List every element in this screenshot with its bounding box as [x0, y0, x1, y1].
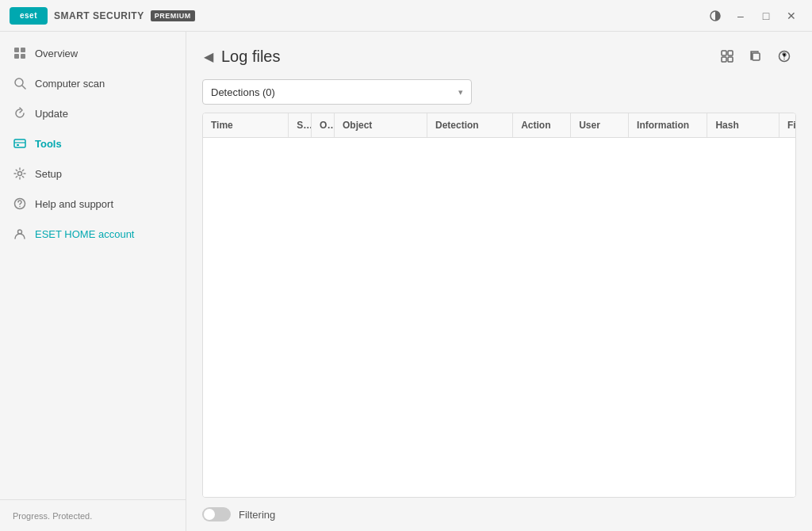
back-icon: ◀ — [204, 49, 213, 64]
minimize-button[interactable]: – — [730, 5, 752, 27]
sidebar-label-computer-scan: Computer scan — [35, 78, 105, 90]
app-window: eset SMART SECURITY PREMIUM – □ ✕ — [0, 0, 812, 531]
contrast-icon — [710, 10, 721, 21]
copy-icon — [749, 50, 762, 63]
column-header-object: Object — [335, 113, 427, 137]
sidebar-item-eset-home-account[interactable]: ESET HOME account — [0, 219, 186, 249]
svg-rect-16 — [722, 57, 726, 62]
svg-rect-9 — [17, 144, 19, 146]
setup-icon — [13, 166, 27, 181]
column-header-time: Time — [203, 113, 289, 137]
sidebar-item-help-and-support[interactable]: Help and support — [0, 189, 186, 219]
sidebar-footer: Progress. Protected. — [0, 499, 186, 531]
table-header: Time S... O... Object Detection Action U… — [203, 113, 795, 138]
detections-dropdown[interactable]: Detections (0) ▾ — [202, 79, 472, 105]
maximize-button[interactable]: □ — [755, 5, 777, 27]
sidebar-item-overview[interactable]: Overview — [0, 38, 186, 68]
update-icon — [13, 106, 27, 120]
column-header-o: O... — [312, 113, 335, 137]
account-icon — [13, 227, 27, 241]
contrast-button[interactable] — [704, 5, 726, 27]
sidebar-label-eset-home-account: ESET HOME account — [35, 228, 134, 240]
svg-rect-15 — [728, 51, 733, 55]
column-header-detection: Detection — [427, 113, 513, 137]
table-body — [203, 138, 795, 497]
svg-rect-4 — [21, 54, 25, 59]
column-header-user: User — [571, 113, 629, 137]
filtering-bar: Filtering — [186, 498, 812, 531]
content-header: ◀ Log files — [186, 32, 812, 76]
svg-point-20 — [783, 59, 785, 60]
window-controls: – □ ✕ — [704, 5, 802, 27]
help-circle-icon — [778, 50, 791, 63]
computer-scan-icon — [13, 76, 27, 90]
svg-point-12 — [19, 206, 21, 208]
premium-badge: PREMIUM — [151, 10, 195, 21]
column-header-hash: Hash — [707, 113, 779, 137]
header-actions — [715, 44, 796, 68]
column-header-information: Information — [629, 113, 707, 137]
sidebar: Overview Computer scan — [0, 32, 186, 531]
eset-logo: eset — [10, 7, 48, 25]
dropdown-arrow-icon: ▾ — [458, 87, 463, 97]
maximize-icon: □ — [763, 10, 769, 22]
column-header-action: Action — [513, 113, 571, 137]
column-header-first: First... — [779, 113, 795, 137]
svg-point-10 — [18, 172, 22, 176]
tools-icon — [13, 136, 27, 151]
layout-icon — [721, 50, 733, 63]
svg-rect-17 — [728, 57, 733, 62]
filtering-label: Filtering — [239, 509, 275, 521]
svg-rect-1 — [14, 48, 19, 52]
minimize-icon: – — [737, 10, 744, 22]
layout-button[interactable] — [715, 44, 739, 68]
help-button[interactable] — [772, 44, 796, 68]
sidebar-label-help-and-support: Help and support — [35, 198, 113, 210]
app-name: SMART SECURITY — [54, 10, 144, 21]
close-icon: ✕ — [787, 10, 796, 22]
svg-rect-2 — [21, 48, 25, 52]
page-title: Log files — [221, 48, 709, 66]
sidebar-label-tools: Tools — [35, 138, 62, 150]
sidebar-label-update: Update — [35, 108, 68, 120]
filtering-toggle[interactable] — [202, 507, 231, 521]
eset-logo-text: eset — [20, 11, 37, 20]
dropdown-container: Detections (0) ▾ — [186, 76, 812, 113]
svg-rect-7 — [14, 139, 25, 147]
content-area: ◀ Log files — [186, 32, 812, 531]
sidebar-item-update[interactable]: Update — [0, 98, 186, 128]
status-text: Progress. Protected. — [13, 511, 92, 521]
title-bar-logo: eset SMART SECURITY PREMIUM — [10, 7, 704, 25]
sidebar-label-setup: Setup — [35, 168, 62, 180]
svg-rect-3 — [14, 54, 19, 59]
svg-rect-14 — [722, 51, 726, 55]
sidebar-item-computer-scan[interactable]: Computer scan — [0, 68, 186, 98]
dropdown-value: Detections (0) — [211, 86, 275, 98]
close-button[interactable]: ✕ — [780, 5, 802, 27]
sidebar-item-setup[interactable]: Setup — [0, 159, 186, 189]
sidebar-label-overview: Overview — [35, 48, 78, 59]
sidebar-item-tools[interactable]: Tools — [0, 128, 186, 159]
column-header-s: S... — [289, 113, 312, 137]
copy-button[interactable] — [744, 44, 768, 68]
svg-rect-18 — [753, 53, 760, 60]
toggle-knob — [204, 509, 215, 520]
help-icon — [13, 197, 27, 211]
svg-line-6 — [22, 86, 25, 89]
sidebar-nav: Overview Computer scan — [0, 32, 186, 499]
title-bar: eset SMART SECURITY PREMIUM – □ ✕ — [0, 0, 812, 32]
overview-icon — [13, 46, 27, 60]
main-layout: Overview Computer scan — [0, 32, 812, 531]
log-table: Time S... O... Object Detection Action U… — [202, 113, 796, 498]
back-button[interactable]: ◀ — [202, 48, 215, 66]
